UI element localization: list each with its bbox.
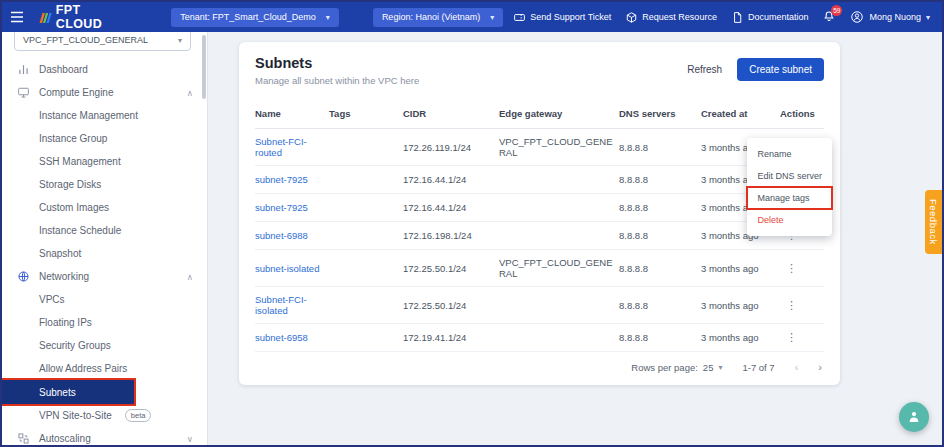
menu-item-delete[interactable]: Delete — [747, 209, 832, 231]
column-header-tags: Tags — [329, 99, 403, 129]
row-actions-context-menu: Rename Edit DNS server Manage tags Delet… — [747, 138, 832, 236]
sidebar-item-subnets[interactable]: Subnets — [2, 380, 134, 404]
cidr-cell: 172.25.50.1/24 — [403, 287, 499, 324]
dns-servers-cell: 8.8.8.8 — [619, 129, 701, 166]
documentation-link[interactable]: Documentation — [731, 11, 809, 24]
menu-item-edit-dns-server[interactable]: Edit DNS server — [747, 165, 832, 187]
sidebar-item-label: VPN Site-to-Site — [39, 410, 112, 421]
chevron-down-icon: ▾ — [718, 363, 722, 372]
column-header-name: Name — [255, 99, 329, 129]
sidebar-scrollbar[interactable] — [202, 35, 206, 442]
sidebar-item-label: Subnets — [39, 387, 76, 398]
sidebar-scrollbar-thumb[interactable] — [202, 35, 206, 99]
support-chat-button[interactable] — [899, 402, 929, 432]
menu-item-manage-tags[interactable]: Manage tags — [747, 187, 832, 209]
sidebar-item-security-groups[interactable]: Security Groups — [2, 334, 207, 357]
row-actions-cell: ⋮ — [780, 287, 824, 324]
row-actions-menu-icon[interactable]: ⋮ — [780, 262, 797, 275]
region-label: Region: Hanoi (Vietnam) — [382, 12, 480, 22]
user-name: Mong Nuong — [869, 12, 921, 22]
next-page-button[interactable]: › — [818, 361, 822, 373]
sidebar-item-instance-group[interactable]: Instance Group — [2, 127, 207, 150]
sidebar-item-allow-address-pairs[interactable]: Allow Address Pairs — [2, 357, 207, 380]
feedback-tab[interactable]: Feedback — [925, 190, 942, 254]
vpc-selector[interactable]: VPC_FPT_CLOUD_GENERAL ▾ — [14, 32, 191, 51]
compute-engine-icon — [16, 86, 30, 99]
request-resource-link[interactable]: Request Resource — [625, 11, 717, 24]
row-actions-cell: ⋮ — [780, 250, 824, 287]
sidebar-section-compute-engine[interactable]: Compute Engine ∧ — [2, 81, 207, 104]
region-selector[interactable]: Region: Hanoi (Vietnam) ▾ — [373, 8, 503, 27]
row-actions-menu-icon[interactable]: ⋮ — [780, 299, 797, 312]
sidebar-item-label: Storage Disks — [39, 179, 101, 190]
fpt-cloud-logo: FPT CLOUD — [39, 3, 126, 31]
tenant-label: Tenant: FPT_Smart_Cloud_Demo — [180, 12, 316, 22]
send-support-ticket-link[interactable]: Send Support Ticket — [513, 11, 611, 24]
subnet-link[interactable]: subnet-6988 — [255, 230, 308, 241]
tenant-selector[interactable]: Tenant: FPT_Smart_Cloud_Demo ▾ — [171, 8, 339, 27]
subnet-link[interactable]: subnet-isolated — [255, 263, 319, 274]
sidebar-section-networking[interactable]: Networking ∧ — [2, 265, 207, 288]
table-row: subnet-7925 172.16.44.1/24 8.8.8.8 3 mon… — [255, 194, 824, 222]
chevron-up-icon: ∧ — [187, 88, 193, 98]
subnet-name-cell: subnet-7925 — [255, 166, 329, 194]
header-actions: Send Support Ticket Request Resource Doc… — [513, 10, 930, 24]
subnet-link[interactable]: subnet-7925 — [255, 202, 308, 213]
hamburger-menu-icon[interactable] — [10, 11, 29, 23]
column-header-created-at: Created at — [701, 99, 780, 129]
rows-per-page-select[interactable]: Rows per page: 25 ▾ — [631, 362, 722, 373]
sidebar-item-dashboard[interactable]: Dashboard — [2, 58, 207, 81]
sidebar-item-vpn-site-to-site[interactable]: VPN Site-to-Site beta — [2, 404, 207, 427]
app-window: FPT CLOUD Tenant: FPT_Smart_Cloud_Demo ▾… — [0, 0, 944, 447]
sidebar-item-storage-disks[interactable]: Storage Disks — [2, 173, 207, 196]
refresh-button[interactable]: Refresh — [687, 64, 722, 75]
sidebar-section-autoscaling[interactable]: Autoscaling ∨ — [2, 427, 207, 445]
dns-servers-cell: 8.8.8.8 — [619, 222, 701, 250]
subnet-name-cell: Subnet-FCI-isolated — [255, 287, 329, 324]
sidebar-item-instance-schedule[interactable]: Instance Schedule — [2, 219, 207, 242]
dns-servers-cell: 8.8.8.8 — [619, 194, 701, 222]
sidebar-item-label: SSH Management — [39, 156, 121, 167]
card-header: Subnets Manage all subnet within the VPC… — [255, 55, 824, 86]
cidr-cell: 172.16.198.1/24 — [403, 222, 499, 250]
previous-page-button[interactable]: ‹ — [795, 361, 799, 373]
sidebar-item-ssh-management[interactable]: SSH Management — [2, 150, 207, 173]
sidebar-item-vpcs[interactable]: VPCs — [2, 288, 207, 311]
edge-gateway-cell — [499, 222, 619, 250]
subnet-name-cell: Subnet-FCI-routed — [255, 129, 329, 166]
subnets-card: Subnets Manage all subnet within the VPC… — [239, 42, 840, 385]
vpc-selector-value: VPC_FPT_CLOUD_GENERAL — [23, 35, 148, 45]
sidebar-item-snapshot[interactable]: Snapshot — [2, 242, 207, 265]
support-ticket-label: Send Support Ticket — [530, 12, 611, 22]
rows-per-page-value: 25 — [703, 362, 714, 373]
tags-cell — [329, 324, 403, 352]
row-actions-menu-icon[interactable]: ⋮ — [780, 331, 797, 344]
sidebar-item-instance-management[interactable]: Instance Management — [2, 104, 207, 127]
subnet-link[interactable]: Subnet-FCI-routed — [255, 136, 307, 158]
sidebar-item-floating-ips[interactable]: Floating IPs — [2, 311, 207, 334]
sidebar-item-label: Instance Group — [39, 133, 107, 144]
created-at-cell: 3 months ago — [701, 287, 780, 324]
user-menu[interactable]: Mong Nuong ▾ — [850, 10, 930, 24]
chevron-down-icon: ▾ — [490, 13, 494, 22]
cidr-cell: 172.19.41.1/24 — [403, 324, 499, 352]
cidr-cell: 172.25.50.1/24 — [403, 250, 499, 287]
resource-box-icon — [625, 11, 638, 24]
notifications-button[interactable]: 59 — [822, 10, 836, 24]
create-subnet-button[interactable]: Create subnet — [737, 58, 824, 81]
table-row: subnet-6958 172.19.41.1/24 8.8.8.8 3 mon… — [255, 324, 824, 352]
cidr-cell: 172.16.44.1/24 — [403, 194, 499, 222]
fpt-logo-icon — [39, 11, 52, 24]
chevron-down-icon: ▾ — [326, 13, 330, 22]
table-row: subnet-6988 172.16.198.1/24 8.8.8.8 3 mo… — [255, 222, 824, 250]
sidebar-item-label: VPCs — [39, 294, 65, 305]
subnet-link[interactable]: subnet-6958 — [255, 332, 308, 343]
subnet-link[interactable]: Subnet-FCI-isolated — [255, 294, 307, 316]
subnet-link[interactable]: subnet-7925 — [255, 174, 308, 185]
menu-item-rename[interactable]: Rename — [747, 143, 832, 165]
documentation-label: Documentation — [748, 12, 809, 22]
subnets-table: Name Tags CIDR Edge gateway DNS servers … — [255, 99, 824, 352]
main-content: Subnets Manage all subnet within the VPC… — [208, 32, 942, 445]
sidebar-item-custom-images[interactable]: Custom Images — [2, 196, 207, 219]
edge-gateway-cell — [499, 324, 619, 352]
